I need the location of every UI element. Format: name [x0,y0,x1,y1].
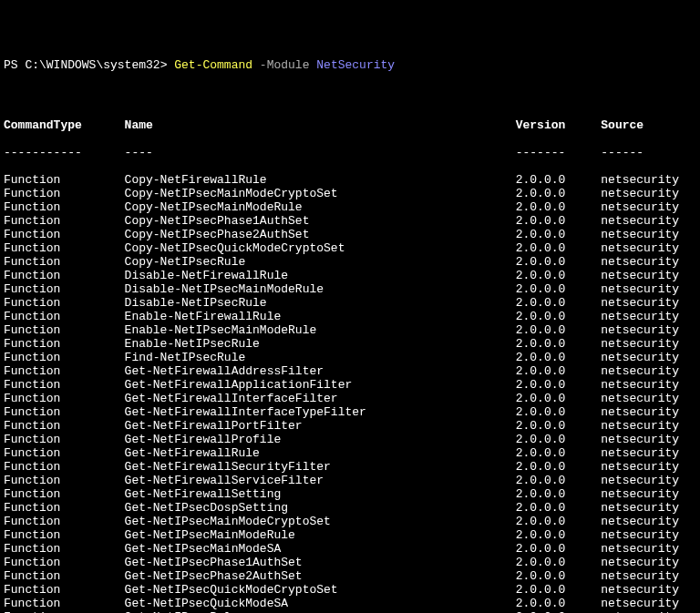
cell-name: Get-NetIPsecQuickModeCryptoSet [125,583,516,597]
cell-name: Get-NetFirewallSetting [125,487,516,501]
cell-source: netsecurity [601,200,679,214]
table-row: FunctionGet-NetIPsecDospSetting2.0.0.0ne… [4,501,696,515]
cell-version: 2.0.0.0 [516,597,602,610]
cell-version: 2.0.0.0 [516,173,602,187]
table-row: FunctionGet-NetFirewallApplicationFilter… [4,378,696,392]
cell-name: Enable-NetFirewallRule [125,310,516,323]
table-row: FunctionGet-NetFirewallProfile2.0.0.0net… [4,433,696,446]
table-body: FunctionCopy-NetFirewallRule2.0.0.0netse… [4,173,696,613]
table-row: FunctionGet-NetIPsecMainModeRule2.0.0.0n… [4,528,696,542]
table-row: FunctionGet-NetIPsecPhase1AuthSet2.0.0.0… [4,556,696,569]
cell-commandtype: Function [4,515,125,528]
cell-version: 2.0.0.0 [516,474,602,487]
table-row: FunctionDisable-NetIPsecMainModeRule2.0.… [4,282,696,296]
table-row: FunctionGet-NetIPsecPhase2AuthSet2.0.0.0… [4,569,696,583]
cell-commandtype: Function [4,597,125,610]
cell-name: Get-NetFirewallProfile [125,433,516,446]
cell-source: netsecurity [601,515,679,528]
cell-name: Get-NetFirewallPortFilter [125,419,516,433]
table-row: FunctionDisable-NetFirewallRule2.0.0.0ne… [4,269,696,282]
table-row: FunctionGet-NetFirewallServiceFilter2.0.… [4,474,696,487]
cell-version: 2.0.0.0 [516,323,602,337]
table-row: FunctionCopy-NetIPsecRule2.0.0.0netsecur… [4,255,696,269]
header-source: Source [601,118,643,132]
cell-commandtype: Function [4,460,125,474]
cell-source: netsecurity [601,542,679,556]
cell-name: Disable-NetIPsecRule [125,296,516,310]
cell-source: netsecurity [601,460,679,474]
cell-name: Find-NetIPsecRule [125,351,516,364]
cell-version: 2.0.0.0 [516,214,602,228]
cell-source: netsecurity [601,269,679,282]
table-row: FunctionGet-NetFirewallSecurityFilter2.0… [4,460,696,474]
cell-name: Get-NetFirewallRule [125,446,516,460]
table-row: FunctionGet-NetIPsecMainModeSA2.0.0.0net… [4,542,696,556]
cell-version: 2.0.0.0 [516,542,602,556]
table-row: FunctionDisable-NetIPsecRule2.0.0.0netse… [4,296,696,310]
cell-commandtype: Function [4,323,125,337]
cell-commandtype: Function [4,378,125,392]
cell-version: 2.0.0.0 [516,583,602,597]
cell-name: Disable-NetFirewallRule [125,269,516,282]
cell-name: Get-NetFirewallSecurityFilter [125,460,516,474]
table-row: FunctionEnable-NetIPsecRule2.0.0.0netsec… [4,337,696,351]
table-row: FunctionGet-NetFirewallInterfaceFilter2.… [4,392,696,405]
cell-version: 2.0.0.0 [516,255,602,269]
cell-name: Copy-NetIPsecMainModeCryptoSet [125,187,516,200]
command-prompt-line[interactable]: PS C:\WINDOWS\system32> Get-Command -Mod… [4,58,696,77]
table-row: FunctionGet-NetFirewallRule2.0.0.0netsec… [4,446,696,460]
table-row: FunctionGet-NetIPsecQuickModeSA2.0.0.0ne… [4,597,696,610]
cell-version: 2.0.0.0 [516,337,602,351]
cell-commandtype: Function [4,364,125,378]
table-row: FunctionGet-NetFirewallSetting2.0.0.0net… [4,487,696,501]
cell-source: netsecurity [601,323,679,337]
cell-commandtype: Function [4,501,125,515]
cell-name: Get-NetIPsecQuickModeSA [125,597,516,610]
cell-source: netsecurity [601,487,679,501]
cell-version: 2.0.0.0 [516,433,602,446]
cell-commandtype: Function [4,200,125,214]
cell-version: 2.0.0.0 [516,556,602,569]
prompt-parameter: -Module [252,58,316,72]
cell-source: netsecurity [601,597,679,610]
cell-commandtype: Function [4,255,125,269]
cell-commandtype: Function [4,351,125,364]
cell-name: Get-NetIPsecPhase1AuthSet [125,556,516,569]
cell-name: Copy-NetIPsecRule [125,255,516,269]
cell-source: netsecurity [601,241,679,255]
cell-commandtype: Function [4,433,125,446]
cell-version: 2.0.0.0 [516,460,602,474]
table-row: FunctionFind-NetIPsecRule2.0.0.0netsecur… [4,351,696,364]
cell-version: 2.0.0.0 [516,378,602,392]
cell-source: netsecurity [601,501,679,515]
cell-name: Get-NetIPsecPhase2AuthSet [125,569,516,583]
cell-version: 2.0.0.0 [516,405,602,419]
cell-name: Enable-NetIPsecMainModeRule [125,323,516,337]
header-commandtype: CommandType [4,118,125,132]
cell-commandtype: Function [4,446,125,460]
cell-name: Copy-NetFirewallRule [125,173,516,187]
table-row: FunctionCopy-NetIPsecPhase2AuthSet2.0.0.… [4,228,696,241]
cell-commandtype: Function [4,583,125,597]
cell-name: Get-NetFirewallInterfaceFilter [125,392,516,405]
cell-commandtype: Function [4,556,125,569]
table-header-row: CommandTypeNameVersionSource [4,118,696,132]
cell-source: netsecurity [601,228,679,241]
cell-source: netsecurity [601,528,679,542]
cell-commandtype: Function [4,310,125,323]
cell-source: netsecurity [601,187,679,200]
table-row: FunctionCopy-NetIPsecMainModeRule2.0.0.0… [4,200,696,214]
table-row: FunctionCopy-NetFirewallRule2.0.0.0netse… [4,173,696,187]
prompt-argument: NetSecurity [316,58,395,72]
cell-version: 2.0.0.0 [516,241,602,255]
cell-commandtype: Function [4,487,125,501]
table-row: FunctionGet-NetFirewallAddressFilter2.0.… [4,364,696,378]
cell-commandtype: Function [4,187,125,200]
header-version: Version [516,118,602,132]
cell-source: netsecurity [601,446,679,460]
cell-version: 2.0.0.0 [516,228,602,241]
cell-commandtype: Function [4,569,125,583]
cell-source: netsecurity [601,474,679,487]
cell-commandtype: Function [4,214,125,228]
cell-name: Get-NetFirewallServiceFilter [125,474,516,487]
